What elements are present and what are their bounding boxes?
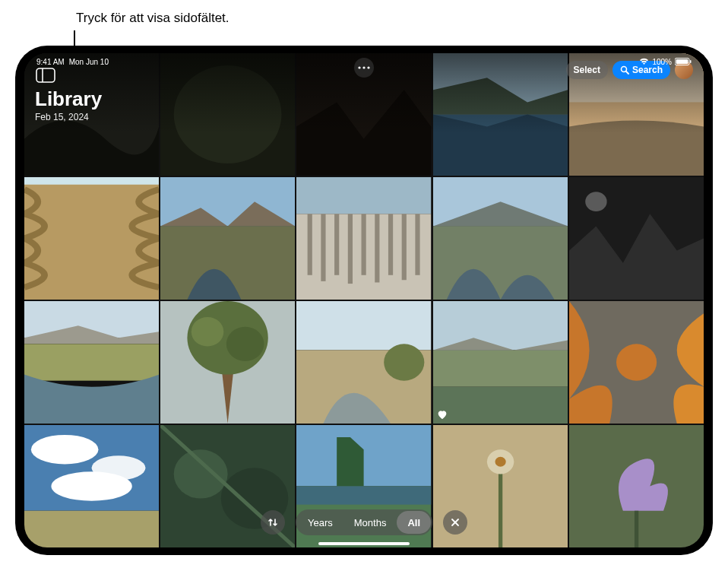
view-segmented-control[interactable]: Years Months All (296, 509, 432, 535)
photo-thumbnail[interactable] (160, 177, 295, 300)
svg-point-57 (495, 457, 505, 467)
svg-point-37 (385, 344, 425, 380)
close-button[interactable] (443, 510, 467, 535)
svg-point-49 (174, 449, 228, 498)
segment-all-label: All (407, 517, 420, 528)
page-title: Library (35, 88, 102, 110)
home-indicator[interactable] (318, 542, 410, 545)
photo-thumbnail[interactable] (24, 177, 159, 300)
svg-point-33 (191, 317, 224, 347)
svg-rect-38 (433, 301, 568, 350)
svg-point-5 (174, 65, 282, 163)
svg-rect-39 (433, 350, 568, 386)
bottom-toolbar: Years Months All (24, 509, 704, 535)
status-left: 9:41 AM Mon Jun 10 (36, 58, 109, 66)
screen: 9:41 AM Mon Jun 10 100% (24, 53, 704, 547)
photo-thumbnail[interactable] (433, 53, 568, 176)
svg-point-44 (31, 435, 99, 465)
svg-rect-35 (296, 301, 431, 350)
sidebar-toggle-button[interactable] (35, 67, 56, 84)
svg-point-34 (226, 327, 264, 361)
photo-thumbnail[interactable] (160, 53, 295, 176)
photo-thumbnail[interactable] (24, 301, 159, 424)
battery-percent: 100% (652, 58, 672, 66)
sidebar-icon (36, 68, 55, 83)
battery-icon (675, 58, 692, 65)
svg-point-42 (616, 344, 657, 380)
svg-rect-30 (24, 344, 159, 380)
photo-thumbnail[interactable] (433, 301, 568, 424)
status-bar: 9:41 AM Mon Jun 10 100% (24, 53, 704, 68)
photo-grid[interactable] (24, 53, 704, 547)
segment-months-label: Months (354, 517, 387, 528)
svg-rect-40 (433, 387, 568, 424)
photo-thumbnail[interactable] (296, 301, 431, 424)
svg-rect-59 (36, 68, 55, 82)
ipad-frame: 9:41 AM Mon Jun 10 100% (15, 46, 713, 555)
photo-thumbnail[interactable] (160, 301, 295, 424)
photo-thumbnail[interactable] (569, 301, 704, 424)
svg-point-28 (585, 192, 606, 211)
status-right: 100% (639, 58, 692, 66)
wifi-icon (639, 58, 649, 65)
svg-rect-14 (296, 177, 431, 214)
status-time: 9:41 AM (36, 58, 65, 66)
callout-label: Tryck för att visa sidofältet. (76, 11, 229, 26)
svg-rect-53 (296, 487, 431, 505)
close-icon (450, 517, 461, 528)
sort-button[interactable] (261, 510, 285, 535)
segment-all[interactable]: All (397, 511, 431, 534)
sort-arrows-icon (267, 516, 279, 528)
page-subtitle: Feb 15, 2024 (35, 112, 102, 122)
photo-thumbnail[interactable] (433, 177, 568, 300)
svg-point-46 (51, 471, 131, 501)
photo-thumbnail[interactable] (296, 177, 431, 300)
svg-rect-1 (676, 59, 688, 64)
photo-thumbnail[interactable] (569, 177, 704, 300)
status-date: Mon Jun 10 (69, 58, 109, 66)
nav-left: Library Feb 15, 2024 (35, 67, 102, 122)
svg-line-65 (626, 71, 628, 74)
segment-years[interactable]: Years (297, 511, 343, 534)
favorite-heart-icon (436, 408, 448, 420)
segment-months[interactable]: Months (343, 511, 397, 534)
svg-rect-2 (690, 60, 692, 63)
segment-years-label: Years (308, 517, 333, 528)
